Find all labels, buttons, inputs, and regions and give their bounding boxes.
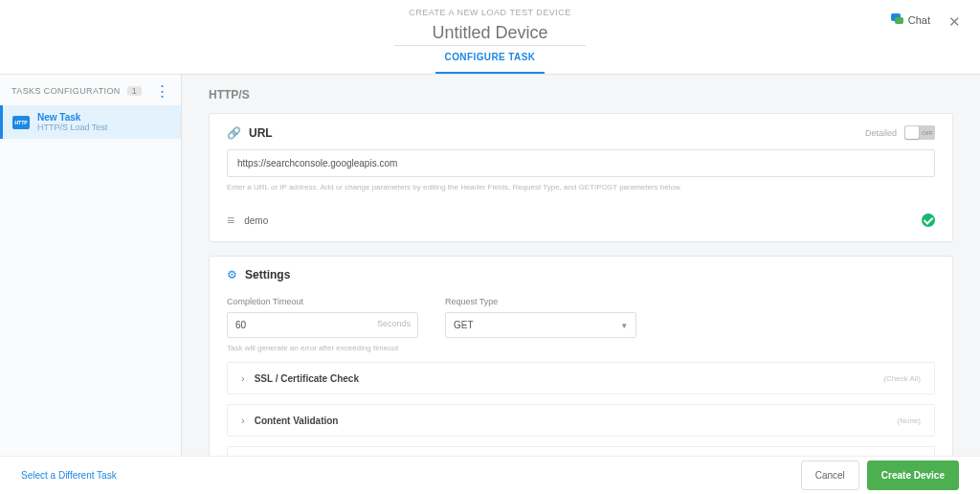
task-subtitle: HTTP/S Load Test [37,123,107,132]
body: TASKS CONFIGURATION 1 ⋮ HTTP New Task HT… [0,75,980,456]
link-icon: 🔗 [227,126,241,140]
field-row: Completion Timeout Seconds Task will gen… [227,297,935,352]
url-help-text: Enter a URL or IP address. Add or change… [227,183,935,191]
accordion-label: Content Validation [255,415,898,426]
settings-card-title: Settings [245,268,935,281]
chat-label: Chat [908,14,930,26]
url-card: 🔗 URL Detailed OFF Enter a URL or IP add… [209,113,953,242]
main-panel: HTTP/S 🔗 URL Detailed OFF Enter a URL or… [182,75,980,456]
footer: Select a Different Task Cancel Create De… [0,456,980,494]
settings-card-header: ⚙ Settings [210,257,952,291]
drag-handle-icon[interactable]: ≡ [227,213,234,228]
tab-configure-task[interactable]: CONFIGURE TASK [435,44,546,74]
task-count-badge: 1 [127,86,142,96]
script-row: ≡ demo [227,213,935,228]
detailed-toggle[interactable]: OFF [904,125,935,140]
chevron-right-icon: › [241,372,245,384]
sidebar-task-item[interactable]: HTTP New Task HTTP/S Load Test [0,105,181,139]
accordion-basic-auth[interactable]: › Basic Authentication (Username) [227,446,935,456]
sidebar-heading: TASKS CONFIGURATION [11,86,121,96]
chat-icon [891,13,903,26]
url-card-header: 🔗 URL Detailed OFF [210,114,952,149]
http-icon: HTTP [12,116,30,129]
toggle-state: OFF [922,130,933,136]
close-button[interactable]: ✕ [948,13,961,31]
chevron-right-icon: › [241,415,245,426]
status-ok-icon [922,213,935,227]
timeout-unit: Seconds [377,319,411,328]
section-title: HTTP/S [209,88,953,101]
request-type-select[interactable]: GET [445,312,636,338]
url-input[interactable] [227,149,935,177]
detailed-label: Detailed [865,128,897,138]
accordion-hint: (Check All) [883,374,921,383]
accordion-hint: (None) [898,416,921,425]
task-title: New Task [37,112,107,123]
create-device-button[interactable]: Create Device [867,460,959,490]
header: CREATE A NEW LOAD TEST DEVICE CONFIGURE … [0,0,980,75]
tab-row: CONFIGURE TASK [0,44,980,74]
device-name-input[interactable] [394,21,586,46]
completion-timeout-field: Completion Timeout Seconds Task will gen… [227,297,418,352]
settings-card-body: Completion Timeout Seconds Task will gen… [210,291,952,456]
timeout-help: Task will generate an error after exceed… [227,344,418,352]
accordion-ssl[interactable]: › SSL / Certificate Check (Check All) [227,362,935,394]
gear-icon: ⚙ [227,268,237,281]
cancel-button[interactable]: Cancel [801,460,859,490]
script-label: demo [244,215,912,226]
sidebar: TASKS CONFIGURATION 1 ⋮ HTTP New Task HT… [0,75,182,456]
sidebar-header: TASKS CONFIGURATION 1 ⋮ [0,75,181,105]
task-text: New Task HTTP/S Load Test [37,112,107,132]
settings-card: ⚙ Settings Completion Timeout Seconds Ta… [209,256,953,456]
completion-timeout-label: Completion Timeout [227,297,418,306]
accordion-label: SSL / Certificate Check [255,373,884,384]
chat-button[interactable]: Chat [891,13,930,26]
url-card-body: Enter a URL or IP address. Add or change… [210,149,952,241]
header-subtitle: CREATE A NEW LOAD TEST DEVICE [0,8,980,17]
accordion-content-validation[interactable]: › Content Validation (None) [227,404,935,437]
request-type-label: Request Type [445,297,636,306]
request-type-field: Request Type GET ▾ [445,297,636,352]
select-different-task-link[interactable]: Select a Different Task [21,470,793,481]
url-card-title: URL [249,126,865,140]
